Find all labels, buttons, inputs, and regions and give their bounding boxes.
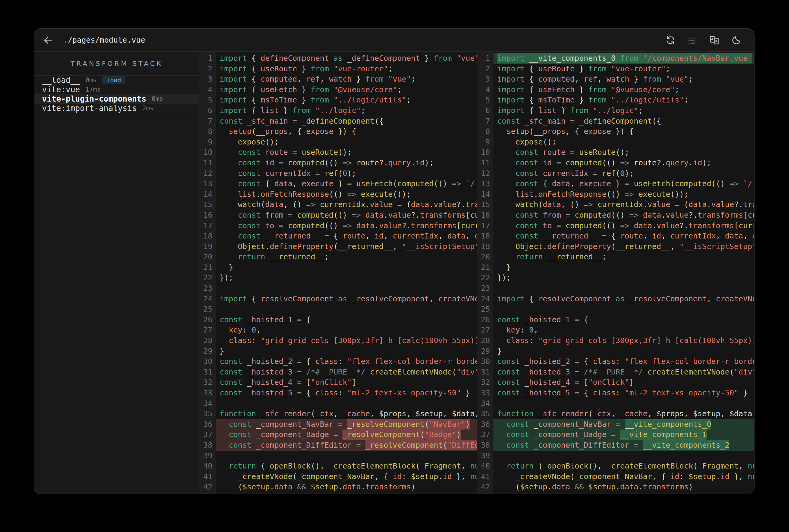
code-line: 15 watch(data, () => currentIdx.value = …: [199, 200, 477, 210]
code-token: const: [220, 378, 247, 386]
code-line: 22});: [199, 273, 477, 283]
line-number: 32: [199, 377, 216, 388]
code-token: {: [252, 75, 260, 83]
code-token: data: [356, 221, 374, 230]
code-token: .: [338, 482, 343, 491]
code-text: [216, 283, 477, 294]
code-token: }) {: [611, 127, 634, 136]
theme-toggle-button[interactable]: [731, 35, 741, 45]
diff-changed-token: import: [497, 53, 529, 63]
code-text: [216, 304, 477, 315]
code-token: }: [297, 96, 311, 104]
line-number: 4: [199, 84, 216, 95]
code-token: {: [252, 54, 260, 62]
code-token: .: [438, 472, 443, 481]
transform-stack-item[interactable]: __load__0msload: [34, 76, 199, 85]
code-line: 11 const id = computed(() => route?.quer…: [477, 158, 754, 168]
code-token: ,: [752, 409, 754, 418]
code-token: value: [434, 200, 457, 209]
code-token: from: [588, 85, 611, 94]
code-token: =: [570, 378, 584, 386]
code-token: ,: [661, 231, 670, 240]
code-token: useFetch: [634, 179, 670, 188]
code-token: [220, 252, 238, 261]
code-token: ,: [438, 231, 447, 240]
refresh-button[interactable]: [665, 35, 676, 45]
transform-stack-item[interactable]: vite-plugin-components0ms: [34, 94, 199, 104]
code-text: import { msToTime } from "../logic/utils…: [216, 95, 477, 106]
code-token: data: [620, 482, 638, 491]
transform-stack-item[interactable]: vite:vue17ms: [34, 85, 199, 94]
code-line: 6import { list } from "../logic";: [477, 106, 754, 116]
code-token: onFetchResponse: [538, 190, 607, 198]
plugin-name: vite-plugin-components: [42, 94, 146, 103]
code-token: =: [293, 357, 306, 366]
code-line: 41 _createVNode(_component_NavBar, { id:…: [199, 472, 477, 482]
code-text: [493, 283, 754, 294]
code-text: const _hoisted_3 = /*#__PURE__*/_createE…: [493, 367, 754, 378]
code-token: expose: [238, 137, 265, 146]
code-token: (__: [333, 242, 347, 251]
back-button[interactable]: [43, 35, 54, 46]
code-token: }: [461, 388, 470, 397]
code-token: null: [470, 472, 477, 481]
code-token: defineComponent: [306, 117, 374, 126]
code-line: 10 const route = useRoute();: [199, 147, 477, 158]
code-token: computed: [675, 179, 711, 188]
line-wrap-button[interactable]: [687, 35, 697, 45]
code-token: ((): [434, 179, 452, 188]
code-token: &&: [293, 482, 311, 491]
code-token: execute: [638, 190, 670, 198]
code-text: const _hoisted_3 = /*#__PURE__*/_createE…: [216, 367, 477, 378]
code-token: ,: [429, 294, 438, 303]
code-token: .: [661, 211, 665, 220]
sidebar-header: TRANSFORM STACK: [34, 52, 199, 76]
line-number: 23: [477, 283, 493, 294]
line-number: 15: [477, 200, 493, 210]
code-token: {: [611, 231, 620, 240]
diff-view-button[interactable]: [709, 35, 720, 46]
code-token: [315, 200, 320, 209]
code-token: [220, 211, 238, 220]
code-token: useRoute: [538, 64, 574, 73]
code-token: const: [515, 179, 543, 188]
desktop-background: ./pages/module.vue: [0, 0, 789, 532]
code-token: id: [374, 231, 384, 240]
code-token: =: [565, 117, 579, 126]
code-token: 0: [252, 326, 256, 334]
code-token: [220, 190, 238, 198]
code-line: 36 const _component_NavBar = _resolveCom…: [199, 419, 477, 430]
code-text: Object.defineProperty(__returned__, "__i…: [216, 242, 477, 252]
line-number: 20: [199, 252, 216, 262]
line-number: 37: [477, 430, 493, 440]
code-line: 38 const _component_DiffEditor = __vite_…: [477, 440, 754, 451]
code-token: _: [525, 388, 529, 397]
code-token: ?.: [679, 221, 689, 230]
code-line: 25: [477, 304, 754, 315]
code-token: (: [684, 200, 689, 209]
code-token: =: [611, 420, 625, 429]
code-token: [497, 461, 507, 470]
line-number: 3: [477, 74, 493, 84]
line-number: 41: [199, 472, 216, 482]
code-token: ;: [397, 85, 402, 94]
code-token: =: [274, 158, 288, 167]
code-line: 31const _hoisted_3 = /*#__PURE__*/_creat…: [199, 367, 477, 378]
code-panel-after[interactable]: 1import __vite_components_0 from '/compo…: [477, 52, 754, 494]
code-token: from: [434, 54, 456, 62]
line-number: 36: [199, 419, 216, 430]
code-line: 2import { useRoute } from "vue-router";: [477, 64, 754, 74]
code-token: route: [265, 148, 288, 156]
code-token: const: [515, 231, 543, 240]
code-panel-before[interactable]: 1import { defineComponent as _defineComp…: [199, 52, 477, 494]
code-token: const: [220, 388, 247, 397]
code-token: const: [497, 117, 525, 126]
code-token: "grid grid-cols-[300px,3fr] h-[calc(100v…: [538, 336, 754, 345]
transform-stack-item[interactable]: vite:import-analysis2ms: [34, 104, 199, 113]
word-wrap-icon: [687, 35, 697, 45]
code-token: $setup: [588, 482, 616, 491]
code-line: 18 const __returned__ = { route, id, cur…: [199, 231, 477, 242]
code-token: Object: [238, 242, 265, 251]
code-token: _: [256, 430, 260, 439]
line-number: 41: [477, 472, 493, 482]
